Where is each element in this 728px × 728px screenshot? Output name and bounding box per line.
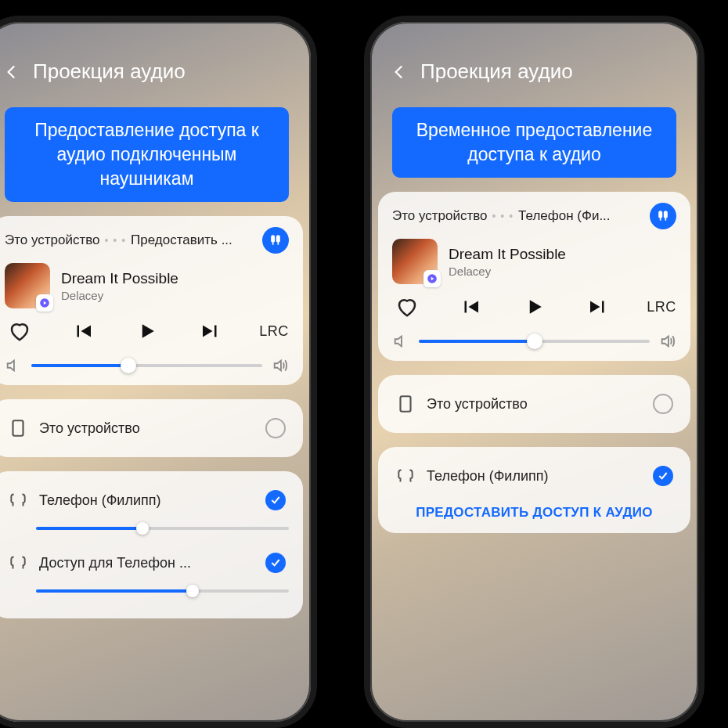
- music-app-icon: [423, 270, 441, 287]
- like-button[interactable]: [8, 319, 31, 343]
- earbuds-icon: [8, 553, 28, 573]
- like-button[interactable]: [395, 295, 419, 319]
- this-device-card: Это устройство: [378, 375, 690, 433]
- volume-row: [392, 333, 676, 350]
- breadcrumb-b: Телефон (Фи...: [518, 208, 611, 224]
- breadcrumb: Это устройство • • • Телефон (Фи...: [392, 203, 676, 229]
- device-label: Это устройство: [39, 420, 254, 437]
- device-volume-slider[interactable]: [36, 521, 289, 535]
- shared-devices-card: Телефон (Филипп) Доступ для Телефон ...: [0, 471, 303, 618]
- breadcrumb-dots: • • •: [105, 234, 126, 247]
- device-this[interactable]: Это устройство: [5, 410, 289, 446]
- check-selected[interactable]: [265, 490, 286, 510]
- back-icon[interactable]: [2, 62, 22, 82]
- device-label: Телефон (Филипп): [427, 468, 642, 485]
- next-button[interactable]: [199, 319, 222, 343]
- header: Проекция аудио: [0, 22, 311, 96]
- volume-slider[interactable]: [31, 357, 262, 374]
- device-this[interactable]: Это устройство: [392, 386, 676, 422]
- volume-high-icon: [272, 357, 289, 374]
- device-volume-slider[interactable]: [36, 584, 289, 598]
- music-app-icon: [36, 294, 53, 312]
- earbuds-button[interactable]: [262, 227, 289, 254]
- track-title: Dream It Possible: [61, 270, 178, 287]
- volume-high-icon: [659, 333, 676, 350]
- this-device-card: Это устройство: [0, 399, 303, 457]
- lyrics-button[interactable]: LRC: [262, 319, 286, 343]
- svg-rect-3: [401, 396, 411, 412]
- earbuds-icon: [395, 466, 416, 486]
- player-controls: LRC: [5, 319, 289, 343]
- track-title: Dream It Possible: [449, 246, 566, 263]
- earbuds-button[interactable]: [650, 203, 676, 229]
- share-audio-label: ПРЕДОСТАВИТЬ ДОСТУП К АУДИО: [416, 505, 653, 520]
- device-label: Телефон (Филипп): [39, 492, 254, 509]
- check-selected[interactable]: [653, 466, 673, 486]
- breadcrumb-dots: • • •: [492, 210, 514, 222]
- breadcrumb-a: Это устройство: [392, 208, 488, 224]
- phone-left: Проекция аудио Предоставление доступа к …: [0, 16, 317, 728]
- device-philipp[interactable]: Телефон (Филипп): [5, 482, 289, 545]
- track-artist: Delacey: [449, 265, 566, 278]
- device-label: Это устройство: [427, 396, 642, 413]
- callout-label: Временное предоставление доступа к аудио: [392, 107, 676, 178]
- play-button[interactable]: [523, 295, 546, 319]
- share-audio-button[interactable]: ПРЕДОСТАВИТЬ ДОСТУП К АУДИО: [392, 494, 676, 522]
- player-card: Это устройство • • • Предоставить ... Dr…: [0, 216, 303, 385]
- prev-button[interactable]: [459, 295, 482, 319]
- play-button[interactable]: [135, 319, 159, 343]
- shared-devices-card: Телефон (Филипп) ПРЕДОСТАВИТЬ ДОСТУП К А…: [378, 447, 690, 533]
- volume-row: [5, 357, 289, 374]
- page-title: Проекция аудио: [420, 59, 573, 84]
- player-card: Это устройство • • • Телефон (Фи... Drea…: [378, 192, 690, 361]
- header: Проекция аудио: [370, 22, 698, 96]
- phone-right: Проекция аудио Временное предоставление …: [364, 16, 705, 728]
- earbuds-icon: [8, 490, 28, 510]
- svg-rect-1: [13, 420, 23, 436]
- volume-slider[interactable]: [419, 333, 650, 350]
- check-selected[interactable]: [265, 553, 286, 573]
- volume-low-icon: [5, 357, 22, 374]
- track-row: Dream It Possible Delacey: [5, 263, 289, 308]
- prev-button[interactable]: [71, 319, 95, 343]
- back-icon[interactable]: [389, 62, 409, 82]
- track-artist: Delacey: [61, 289, 178, 302]
- track-row: Dream It Possible Delacey: [392, 239, 676, 284]
- phone-icon: [395, 394, 416, 414]
- radio-unselected[interactable]: [653, 394, 673, 414]
- breadcrumb-a: Это устройство: [5, 232, 100, 248]
- breadcrumb-b: Предоставить ...: [131, 232, 232, 248]
- volume-low-icon: [392, 333, 409, 350]
- callout-label: Предоставление доступа к аудио подключен…: [5, 107, 289, 202]
- album-art[interactable]: [5, 263, 50, 308]
- page-title: Проекция аудио: [33, 59, 186, 84]
- next-button[interactable]: [586, 295, 610, 319]
- device-label: Доступ для Телефон ...: [39, 555, 254, 571]
- breadcrumb: Это устройство • • • Предоставить ...: [5, 227, 289, 254]
- album-art[interactable]: [392, 239, 438, 284]
- lyrics-button[interactable]: LRC: [650, 295, 673, 319]
- device-philipp[interactable]: Телефон (Филипп): [392, 458, 676, 494]
- player-controls: LRC: [392, 295, 676, 319]
- device-shared[interactable]: Доступ для Телефон ...: [5, 545, 289, 607]
- phone-icon: [8, 418, 28, 438]
- radio-unselected[interactable]: [265, 418, 286, 438]
